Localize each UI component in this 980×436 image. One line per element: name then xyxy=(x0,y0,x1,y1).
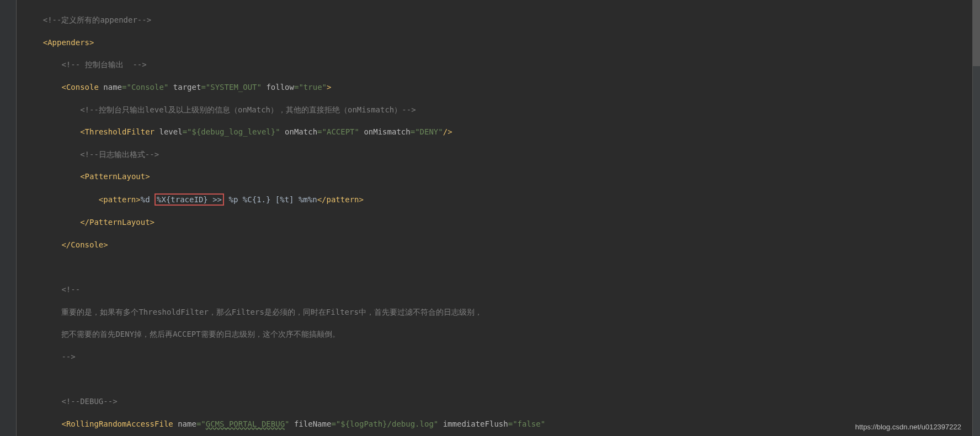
xml-tag: Console xyxy=(71,240,103,249)
xml-attr: onMismatch xyxy=(364,127,410,136)
xml-tag: pattern xyxy=(103,195,136,204)
xml-value: false xyxy=(518,419,541,428)
xml-attr: level xyxy=(159,127,182,136)
xml-attr: onMatch xyxy=(285,127,317,136)
xml-comment: <!--DEBUG--> xyxy=(61,397,117,406)
code-line: 把不需要的首先DENY掉，然后再ACCEPT需要的日志级别，这个次序不能搞颠倒。 xyxy=(24,329,972,340)
editor-gutter xyxy=(0,0,17,436)
code-line: --> xyxy=(24,351,972,362)
xml-comment: 把不需要的首先DENY掉，然后再ACCEPT需要的日志级别，这个次序不能搞颠倒。 xyxy=(61,330,339,338)
xml-tag: RollingRandomAccessFile xyxy=(66,419,173,428)
xml-value: GCMS_PORTAL_DEBUG xyxy=(206,419,285,428)
code-line xyxy=(24,262,972,273)
code-line: <Appenders> xyxy=(24,37,972,48)
watermark-text: https://blog.csdn.net/u012397222 xyxy=(855,422,961,433)
code-line: <ThresholdFilter level="${debug_log_leve… xyxy=(24,126,972,137)
scrollbar-thumb[interactable] xyxy=(973,0,980,66)
xml-tag: PatternLayout xyxy=(89,218,150,227)
xml-value: SYSTEM_OUT xyxy=(210,83,257,91)
vertical-scrollbar[interactable] xyxy=(972,0,980,436)
code-line: <!--定义所有的appender--> xyxy=(24,14,972,25)
code-line: <!--DEBUG--> xyxy=(24,396,972,407)
code-line: 重要的是，如果有多个ThresholdFilter，那么Filters是必须的，… xyxy=(24,306,972,317)
xml-value: Console xyxy=(131,83,164,91)
code-line: <!--控制台只输出level及以上级别的信息（onMatch），其他的直接拒绝… xyxy=(24,104,972,115)
code-editor[interactable]: <!--定义所有的appender--> <Appenders> <!-- 控制… xyxy=(17,0,972,436)
code-line: <!-- 控制台输出 --> xyxy=(24,59,972,70)
xml-comment: 重要的是，如果有多个ThresholdFilter，那么Filters是必须的，… xyxy=(61,308,482,316)
xml-attr: immediateFlush xyxy=(443,419,508,428)
xml-value: ${debug_log_level} xyxy=(191,127,275,136)
xml-tag: PatternLayout xyxy=(85,172,146,181)
xml-comment: <!--控制台只输出level及以上级别的信息（onMatch），其他的直接拒绝… xyxy=(80,105,416,114)
code-line: <RollingRandomAccessFile name="GCMS_PORT… xyxy=(24,418,972,429)
xml-attr: follow xyxy=(266,83,294,91)
xml-attr: name xyxy=(103,83,122,91)
xml-comment: <!-- xyxy=(61,285,80,294)
xml-tag: pattern xyxy=(327,195,359,204)
xml-attr: target xyxy=(173,83,201,91)
pattern-text: %d xyxy=(141,195,155,204)
xml-comment: <!--日志输出格式--> xyxy=(80,150,159,159)
xml-value: true xyxy=(303,83,322,91)
xml-tag: Console xyxy=(66,83,99,91)
highlight-traceid: %X{traceID} >> xyxy=(155,193,224,206)
code-line xyxy=(24,374,972,385)
xml-value: ${logPath}/debug.log xyxy=(340,419,434,428)
code-line: <!--日志输出格式--> xyxy=(24,149,972,160)
xml-comment: --> xyxy=(61,352,75,361)
code-line: </Console> xyxy=(24,239,972,250)
pattern-text: %p %C{1.} [%t] %m%n xyxy=(224,195,317,204)
code-line: </PatternLayout> xyxy=(24,217,972,228)
xml-attr: name xyxy=(178,419,196,428)
xml-value: ACCEPT xyxy=(327,127,355,136)
code-line: <pattern>%d %X{traceID} >> %p %C{1.} [%t… xyxy=(24,193,972,206)
code-line: <!-- xyxy=(24,284,972,295)
xml-comment: <!--定义所有的appender--> xyxy=(43,15,151,24)
xml-attr: fileName xyxy=(294,419,331,428)
code-line: <Console name="Console" target="SYSTEM_O… xyxy=(24,82,972,93)
xml-tag: Appenders xyxy=(47,38,89,47)
xml-comment: <!-- 控制台输出 --> xyxy=(61,60,146,69)
highlighted-text: %X{traceID} >> xyxy=(157,195,222,204)
xml-tag: ThresholdFilter xyxy=(85,127,155,136)
code-line: <PatternLayout> xyxy=(24,171,972,182)
xml-value: DENY xyxy=(420,127,439,136)
